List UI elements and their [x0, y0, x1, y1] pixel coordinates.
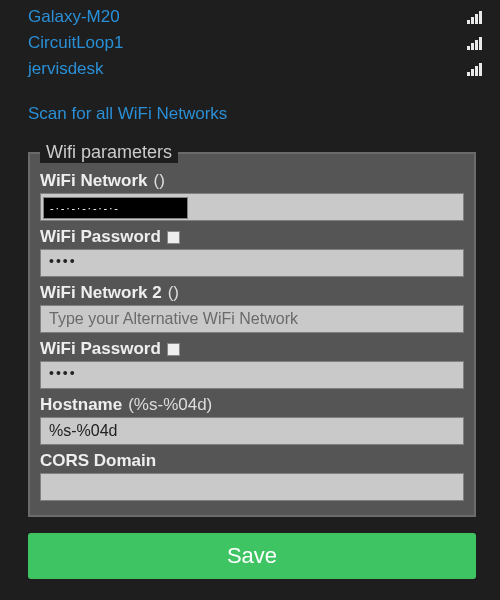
show-password-2-checkbox[interactable] [167, 343, 180, 356]
hostname-input[interactable] [40, 417, 464, 445]
save-button[interactable]: Save [28, 533, 476, 579]
pass2-label: WiFi Password [40, 339, 464, 359]
cors-input[interactable] [40, 473, 464, 501]
ssid1-label: WiFi Network () [40, 171, 464, 191]
wifi-network-item[interactable]: Galaxy-M20 [28, 4, 482, 30]
wifi-parameters-fieldset: Wifi parameters WiFi Network () WiFi Pas… [28, 142, 476, 517]
wifi-network-list: Galaxy-M20 CircuitLoop1 jervisdesk [28, 0, 482, 82]
pass2-input[interactable]: •••• [40, 361, 464, 389]
pass1-label: WiFi Password [40, 227, 464, 247]
cors-label: CORS Domain [40, 451, 464, 471]
signal-strength-icon [467, 10, 482, 24]
ssid2-input[interactable] [40, 305, 464, 333]
hostname-label: Hostname (%s-%04d) [40, 395, 464, 415]
ssid1-input[interactable] [43, 197, 188, 219]
wifi-network-name[interactable]: CircuitLoop1 [28, 33, 123, 53]
signal-strength-icon [467, 36, 482, 50]
ssid1-input-wrap[interactable] [40, 193, 464, 221]
scan-networks-link[interactable]: Scan for all WiFi Networks [28, 104, 482, 124]
wifi-network-item[interactable]: CircuitLoop1 [28, 30, 482, 56]
fieldset-legend: Wifi parameters [40, 142, 178, 163]
ssid2-label: WiFi Network 2 () [40, 283, 464, 303]
show-password-1-checkbox[interactable] [167, 231, 180, 244]
wifi-network-name[interactable]: Galaxy-M20 [28, 7, 120, 27]
pass1-input[interactable]: •••• [40, 249, 464, 277]
signal-strength-icon [467, 62, 482, 76]
wifi-network-item[interactable]: jervisdesk [28, 56, 482, 82]
wifi-network-name[interactable]: jervisdesk [28, 59, 104, 79]
